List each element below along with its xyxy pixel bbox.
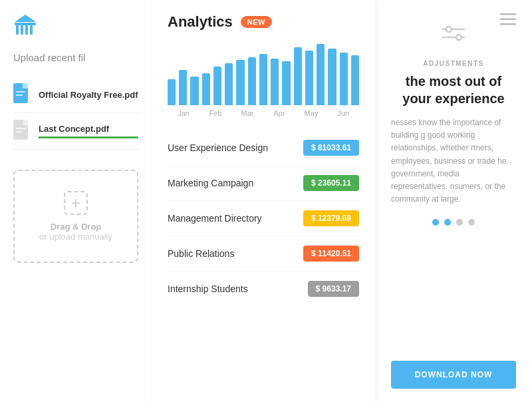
plus-icon: + — [64, 191, 88, 215]
adj-title: the most out of your experience — [391, 73, 516, 107]
analytics-item-label: Public Relations — [168, 248, 234, 259]
svg-rect-7 — [23, 83, 28, 89]
analytics-title: Analytics — [168, 13, 233, 31]
analytics-item-label: Internship Students — [168, 284, 248, 294]
chart-bar — [317, 44, 325, 105]
chart-bar — [351, 55, 359, 105]
chart-bar — [294, 47, 302, 105]
chart-bar — [271, 59, 279, 105]
svg-rect-0 — [15, 23, 36, 25]
analytics-list: User Experience Design $ 81033.61 Market… — [152, 124, 375, 313]
analytics-item[interactable]: Marketing Campaign $ 23605.11 — [168, 166, 359, 201]
analytics-item-label: Management Directory — [168, 213, 262, 224]
svg-rect-15 — [500, 19, 516, 21]
file-name-1: Official Royalty Free.pdf — [39, 90, 138, 100]
analytics-item[interactable]: Management Directory $ 12379.69 — [168, 201, 359, 236]
chart-bar — [202, 73, 210, 105]
upload-drop-zone[interactable]: + Drag & Drop or upload manually — [13, 170, 138, 263]
file-item-2[interactable]: Last Concept.pdf — [13, 113, 138, 150]
svg-rect-4 — [30, 25, 33, 35]
drop-sub: or upload manually — [39, 232, 112, 242]
chart-label-feb: Feb — [200, 109, 231, 117]
analytics-item[interactable]: User Experience Design $ 81033.61 — [168, 130, 359, 166]
right-panel: ADJUSTMENTS the most out of your experie… — [375, 0, 532, 402]
chart-label-may: May — [295, 109, 327, 117]
adj-body: nesses know the importance of building g… — [391, 116, 516, 206]
analytics-item[interactable]: Public Relations $ 11420.51 — [168, 236, 359, 272]
chart-bar — [328, 49, 336, 105]
analytics-item[interactable]: Internship Students $ 9633.17 — [168, 272, 359, 306]
chart-bar — [282, 61, 290, 105]
svg-rect-1 — [16, 25, 19, 35]
adj-label: ADJUSTMENTS — [391, 60, 516, 67]
file-name-2: Last Concept.pdf — [39, 124, 138, 134]
analytics-item-value: $ 9633.17 — [308, 281, 359, 297]
chart-bar — [225, 63, 233, 105]
download-button[interactable]: DOWNLOAD NOW — [391, 361, 516, 389]
chart-label-jun: Jun — [327, 109, 359, 117]
chart-label-apr: Apr — [263, 109, 295, 117]
analytics-item-label: User Experience Design — [168, 142, 268, 153]
analytics-item-value: $ 12379.69 — [303, 210, 359, 226]
file-progress-bar — [39, 136, 138, 138]
svg-rect-11 — [23, 120, 28, 125]
logo-icon — [13, 13, 138, 52]
analytics-item-label: Marketing Campaign — [168, 178, 253, 188]
left-panel: Upload recent fil Official Royalty Free.… — [0, 0, 152, 402]
chart-labels: Jan Feb Mar Apr May Jun — [168, 105, 359, 117]
bar-chart — [168, 37, 359, 105]
drop-label: Drag & Drop — [51, 222, 102, 232]
carousel-dot-3[interactable] — [468, 219, 475, 226]
left-panel-title: Upload recent fil — [13, 52, 138, 63]
analytics-item-value: $ 81033.61 — [303, 140, 359, 156]
menu-icon[interactable] — [500, 13, 516, 28]
svg-rect-3 — [25, 25, 28, 35]
analytics-item-value: $ 23605.11 — [303, 175, 359, 191]
chart-bar — [248, 57, 256, 105]
svg-point-20 — [456, 35, 462, 40]
carousel-dot-1[interactable] — [444, 219, 451, 226]
carousel-dot-2[interactable] — [456, 219, 463, 226]
svg-rect-14 — [500, 13, 516, 15]
chart-bar — [168, 79, 176, 105]
chart-bar — [179, 70, 187, 105]
svg-rect-13 — [16, 131, 23, 132]
chart-bar — [259, 54, 267, 105]
svg-rect-16 — [500, 23, 516, 25]
svg-rect-12 — [16, 128, 25, 129]
chart-label-jan: Jan — [168, 109, 200, 117]
center-header: Analytics NEW — [152, 0, 375, 37]
new-badge: NEW — [241, 16, 272, 28]
svg-point-18 — [446, 27, 452, 32]
adjustments-section: ADJUSTMENTS the most out of your experie… — [391, 13, 516, 219]
chart-bar — [213, 67, 221, 105]
svg-rect-9 — [16, 95, 23, 96]
chart-bar — [340, 53, 348, 105]
chart-bar — [190, 77, 198, 105]
svg-rect-2 — [21, 25, 23, 35]
file-item-1[interactable]: Official Royalty Free.pdf — [13, 77, 138, 113]
chart-label-mar: Mar — [231, 109, 263, 117]
svg-marker-5 — [15, 15, 36, 22]
carousel-dot-0[interactable] — [432, 219, 439, 226]
chart-bar — [305, 51, 313, 105]
chart-bar — [236, 60, 244, 105]
center-panel: Analytics NEW Jan Feb Mar Apr May Jun Us… — [152, 0, 375, 402]
svg-rect-8 — [16, 91, 25, 93]
carousel-dots — [391, 219, 516, 226]
analytics-item-value: $ 11420.51 — [303, 246, 359, 262]
analytics-chart: Jan Feb Mar Apr May Jun — [152, 37, 375, 124]
